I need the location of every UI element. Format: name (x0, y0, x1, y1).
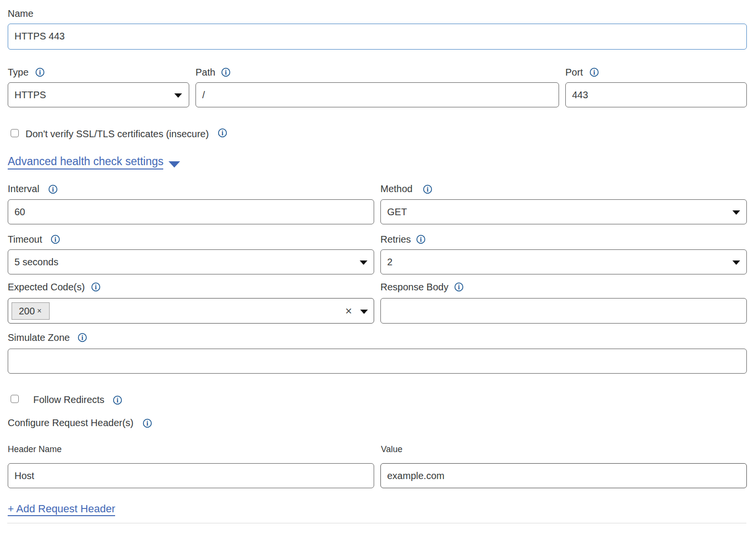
svg-text:i: i (427, 185, 429, 193)
svg-text:i: i (81, 334, 83, 341)
svg-text:i: i (54, 236, 56, 243)
svg-text:i: i (117, 397, 118, 404)
svg-text:i: i (458, 284, 460, 291)
svg-text:i: i (420, 236, 422, 243)
svg-text:i: i (39, 68, 41, 76)
svg-text:i: i (593, 68, 595, 76)
svg-text:i: i (146, 419, 148, 427)
svg-text:i: i (52, 185, 54, 193)
svg-text:i: i (222, 130, 223, 137)
svg-text:i: i (95, 284, 97, 291)
svg-text:i: i (225, 68, 227, 76)
